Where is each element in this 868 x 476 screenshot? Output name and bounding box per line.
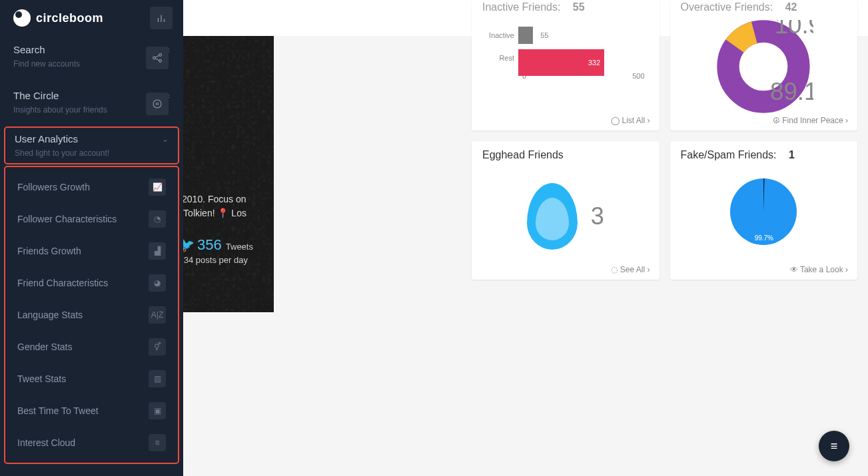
card-fake-friends: Fake/Spam Friends: 1 99.7% 👁 Take a Look: [670, 141, 858, 280]
cloud-icon: ≡: [149, 434, 166, 451]
svg-point-6: [157, 103, 159, 105]
take-look-link[interactable]: 👁 Take a Look: [790, 265, 848, 274]
gender-icon: ⚥: [149, 338, 166, 356]
svg-text:89.1%: 89.1%: [770, 78, 813, 105]
sub-item-follower-characteristics[interactable]: Follower Characteristics◔: [5, 203, 178, 235]
nav-circle-title: The Circle: [13, 90, 59, 101]
svg-point-5: [153, 100, 161, 108]
lang-icon: A|Z: [149, 306, 166, 324]
sub-item-language-stats[interactable]: Language StatsA|Z: [5, 299, 178, 331]
share-icon: [146, 47, 169, 69]
nav-search-title: Search: [13, 44, 45, 55]
card-inactive-friends: Inactive Friends: 55 Inactive 55 Rest 33…: [472, 0, 659, 130]
nav-analytics[interactable]: User Analytics ⌄ Shed light to your acco…: [4, 126, 179, 164]
cards-grid: Inactive Friends: 55 Inactive 55 Rest 33…: [472, 36, 857, 280]
analytics-submenu: Followers Growth📈 Follower Characteristi…: [4, 166, 179, 464]
list-all-link[interactable]: ◯ List All: [611, 116, 650, 125]
see-all-link[interactable]: ◌ See All: [611, 265, 650, 274]
chevron-down-icon: ⌄: [162, 134, 169, 144]
svg-text:10.9%: 10.9%: [775, 20, 813, 39]
sub-item-followers-growth[interactable]: Followers Growth📈: [5, 171, 178, 203]
sub-item-best-time[interactable]: Best Time To Tweet▣: [5, 395, 178, 427]
nav-search[interactable]: Search ‹ Find new accounts: [0, 36, 183, 71]
find-peace-link[interactable]: ☮ Find Inner Peace: [773, 116, 848, 125]
brand-name: circleboom: [36, 11, 103, 25]
card-egghead-friends: Egghead Friends 3 ◌ See All: [472, 141, 659, 280]
egg-icon: [527, 183, 578, 250]
fab-menu[interactable]: ≡: [819, 431, 849, 461]
sub-item-friends-growth[interactable]: Friends Growth▟: [5, 235, 178, 267]
target-icon: [146, 93, 169, 115]
egghead-count: 3: [591, 202, 604, 230]
sub-item-tweet-stats[interactable]: Tweet Stats▥: [5, 363, 178, 395]
nav-circle[interactable]: The Circle ‹ Insights about your friends: [0, 82, 183, 117]
sidebar: circleboom Search ‹ Find new accounts Th…: [0, 0, 183, 476]
fake-pie: 99.7%: [681, 165, 847, 258]
barchart-icon: [150, 7, 173, 29]
pie-icon: ◔: [149, 210, 166, 228]
svg-text:99.7%: 99.7%: [755, 234, 773, 242]
pie-icon: ◕: [149, 274, 166, 292]
nav-analytics-sub: Shed light to your account!: [15, 148, 169, 158]
svg-point-12: [750, 53, 777, 80]
svg-line-3: [155, 55, 159, 57]
sub-item-gender-stats[interactable]: Gender Stats⚥: [5, 331, 178, 363]
stat-tweets: 🐦356 Tweets 1.34 posts per day: [177, 236, 253, 265]
camera-icon: ▣: [149, 402, 166, 419]
bars-icon: ▥: [149, 370, 166, 387]
svg-line-4: [155, 59, 159, 61]
nav-analytics-title: User Analytics: [15, 133, 78, 144]
card-overactive-friends: Overactive Friends: 42 10.9% 89.1% ☮ Fin…: [670, 0, 858, 130]
area-icon: ▟: [149, 242, 166, 260]
inactive-bar-chart: Inactive 55 Rest 332 0500: [482, 27, 649, 80]
sub-item-interest-cloud[interactable]: Interest Cloud≡: [5, 427, 178, 459]
overactive-donut: 10.9% 89.1%: [681, 20, 847, 113]
growth-icon: 📈: [149, 178, 166, 196]
logo-icon: [13, 9, 31, 27]
sub-item-friend-characteristics[interactable]: Friend Characteristics◕: [5, 267, 178, 299]
